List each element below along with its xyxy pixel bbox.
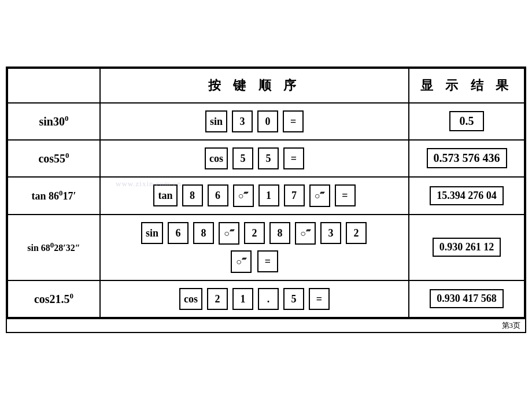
keys-cos55: cos 5 5 = (100, 140, 409, 177)
key-6: 6 (208, 184, 228, 206)
header-col2: 按 键 顺 序 (100, 68, 409, 103)
result-value-sin30: 0.5 (449, 111, 484, 131)
keys-cos21: cos 2 1 . 5 = (100, 280, 409, 317)
key-5: 5 (283, 288, 304, 310)
keys-sin30: sin 3 0 = (100, 103, 409, 140)
key-dot: . (258, 288, 279, 310)
result-sin30: 0.5 (409, 103, 524, 140)
key-8: 8 (182, 184, 203, 206)
page-number: 第3页 (7, 318, 525, 332)
key-cos: cos (205, 147, 228, 169)
key-1: 1 (258, 184, 279, 206)
key-2: 2 (207, 288, 228, 310)
key-0: 0 (257, 110, 278, 132)
header-col3: 显 示 结 果 (409, 68, 524, 103)
table-row: tan 86017′ tan 8 6 ○‴ 1 7 ○‴ = 15.39 (8, 177, 524, 215)
main-table-wrapper: 按 键 顺 序 显 示 结 果 sin300 sin 3 0 = (6, 66, 526, 333)
keys-tan86: tan 8 6 ○‴ 1 7 ○‴ = (100, 177, 409, 215)
key-dms1: ○‴ (219, 222, 239, 245)
result-value-cos21: 0.930 417 568 (430, 289, 504, 308)
result-value-sin68: 0.930 261 12 (433, 238, 501, 257)
key-5b: 5 (258, 147, 279, 169)
row-label-sin30: sin300 (8, 103, 100, 140)
key-8b: 8 (269, 222, 290, 244)
key-2b: 2 (346, 222, 367, 244)
table-row: cos21.50 cos 2 1 . 5 = 0.930 417 568 (8, 280, 524, 317)
table-row: cos550 cos 5 5 = 0.573 576 436 (8, 140, 524, 177)
key-eq: = (257, 250, 278, 272)
key-sin: sin (141, 222, 163, 244)
key-3: 3 (320, 222, 341, 244)
result-cos55: 0.573 576 436 (409, 140, 524, 177)
key-2a: 2 (244, 222, 265, 244)
key-dms3: ○‴ (231, 250, 252, 273)
result-sin68: 0.930 261 12 (409, 215, 524, 280)
key-eq: = (335, 184, 356, 206)
key-1: 1 (232, 288, 253, 310)
key-eq: = (283, 147, 304, 169)
key-6: 6 (168, 222, 189, 244)
result-cos21: 0.930 417 568 (409, 280, 524, 317)
result-value-tan86: 15.394 276 04 (430, 186, 504, 205)
key-5a: 5 (232, 147, 253, 169)
key-cos: cos (179, 288, 202, 310)
key-dms2: ○‴ (295, 222, 316, 245)
key-3: 3 (232, 110, 253, 132)
key-sin: sin (205, 110, 227, 132)
row-label-tan86: tan 86017′ (8, 177, 100, 215)
table-row: sin 68028′32″ sin 6 8 ○‴ 2 8 ○‴ 3 2 (8, 215, 524, 280)
key-8: 8 (193, 222, 214, 244)
key-eq: = (309, 288, 330, 310)
row-label-sin68: sin 68028′32″ (8, 215, 100, 280)
header-col1 (8, 68, 100, 103)
keys-sin68: sin 6 8 ○‴ 2 8 ○‴ 3 2 ○‴ = (100, 215, 409, 280)
row-label-cos21: cos21.50 (8, 280, 100, 317)
key-dms2: ○‴ (309, 184, 330, 207)
key-dms1: ○‴ (233, 184, 254, 207)
row-label-cos55: cos550 (8, 140, 100, 177)
key-7: 7 (284, 184, 305, 206)
trig-table: 按 键 顺 序 显 示 结 果 sin300 sin 3 0 = (7, 68, 525, 318)
key-tan: tan (153, 184, 177, 206)
table-row: sin300 sin 3 0 = 0.5 (8, 103, 524, 140)
result-tan86: 15.394 276 04 (409, 177, 524, 215)
result-value-cos55: 0.573 576 436 (427, 148, 507, 168)
key-eq: = (283, 110, 304, 132)
